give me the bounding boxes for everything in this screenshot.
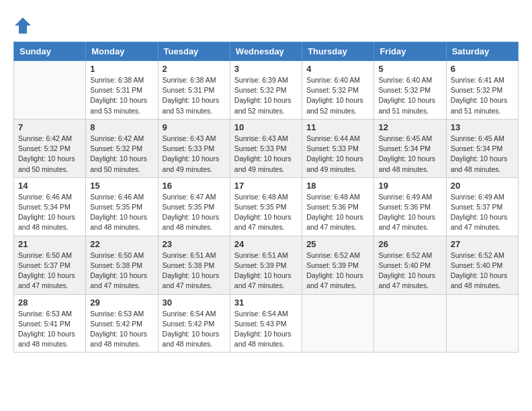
calendar-cell: 13Sunrise: 6:45 AM Sunset: 5:34 PM Dayli… (446, 119, 518, 177)
calendar-cell: 21Sunrise: 6:50 AM Sunset: 5:37 PM Dayli… (14, 236, 86, 294)
calendar-cell: 30Sunrise: 6:54 AM Sunset: 5:42 PM Dayli… (158, 294, 230, 353)
cell-info: Sunrise: 6:48 AM Sunset: 5:36 PM Dayligh… (306, 192, 369, 233)
cell-info: Sunrise: 6:41 AM Sunset: 5:32 PM Dayligh… (451, 75, 514, 116)
cell-day-number: 28 (18, 298, 81, 308)
weekday-header-thursday: Thursday (302, 42, 374, 61)
cell-day-number: 9 (163, 122, 226, 132)
calendar-cell: 9Sunrise: 6:43 AM Sunset: 5:33 PM Daylig… (158, 119, 230, 177)
cell-info: Sunrise: 6:42 AM Sunset: 5:32 PM Dayligh… (90, 134, 153, 175)
calendar-table: SundayMondayTuesdayWednesdayThursdayFrid… (13, 42, 519, 353)
calendar-cell: 25Sunrise: 6:52 AM Sunset: 5:39 PM Dayli… (302, 236, 374, 294)
weekday-header-friday: Friday (374, 42, 446, 61)
cell-day-number: 19 (378, 181, 441, 191)
cell-day-number: 6 (451, 64, 514, 74)
calendar-cell: 16Sunrise: 6:47 AM Sunset: 5:35 PM Dayli… (158, 177, 230, 236)
cell-info: Sunrise: 6:38 AM Sunset: 5:31 PM Dayligh… (163, 75, 226, 116)
cell-info: Sunrise: 6:50 AM Sunset: 5:37 PM Dayligh… (18, 250, 81, 291)
weekday-header-wednesday: Wednesday (230, 42, 302, 61)
calendar-week-1: 1Sunrise: 6:38 AM Sunset: 5:31 PM Daylig… (14, 61, 519, 120)
cell-info: Sunrise: 6:51 AM Sunset: 5:39 PM Dayligh… (234, 250, 298, 291)
calendar-cell: 24Sunrise: 6:51 AM Sunset: 5:39 PM Dayli… (230, 236, 302, 294)
cell-info: Sunrise: 6:53 AM Sunset: 5:42 PM Dayligh… (90, 309, 153, 350)
cell-day-number: 8 (90, 122, 153, 132)
calendar-cell: 15Sunrise: 6:46 AM Sunset: 5:35 PM Dayli… (86, 177, 158, 236)
cell-day-number: 27 (451, 239, 514, 249)
cell-info: Sunrise: 6:38 AM Sunset: 5:31 PM Dayligh… (90, 75, 153, 116)
calendar-cell: 22Sunrise: 6:50 AM Sunset: 5:38 PM Dayli… (86, 236, 158, 294)
calendar-cell: 8Sunrise: 6:42 AM Sunset: 5:32 PM Daylig… (86, 119, 158, 177)
cell-info: Sunrise: 6:52 AM Sunset: 5:40 PM Dayligh… (378, 250, 441, 291)
calendar-cell: 26Sunrise: 6:52 AM Sunset: 5:40 PM Dayli… (374, 236, 446, 294)
cell-day-number: 4 (306, 64, 369, 74)
cell-day-number: 14 (18, 181, 81, 191)
cell-info: Sunrise: 6:53 AM Sunset: 5:41 PM Dayligh… (18, 309, 81, 350)
calendar-cell: 11Sunrise: 6:44 AM Sunset: 5:33 PM Dayli… (302, 119, 374, 177)
cell-info: Sunrise: 6:50 AM Sunset: 5:38 PM Dayligh… (90, 250, 153, 291)
cell-info: Sunrise: 6:54 AM Sunset: 5:42 PM Dayligh… (163, 309, 226, 350)
calendar-cell: 12Sunrise: 6:45 AM Sunset: 5:34 PM Dayli… (374, 119, 446, 177)
calendar-cell: 23Sunrise: 6:51 AM Sunset: 5:38 PM Dayli… (158, 236, 230, 294)
cell-day-number: 24 (234, 239, 298, 249)
calendar-cell (302, 294, 374, 353)
cell-info: Sunrise: 6:40 AM Sunset: 5:32 PM Dayligh… (306, 75, 369, 116)
header (13, 13, 519, 35)
cell-info: Sunrise: 6:45 AM Sunset: 5:34 PM Dayligh… (378, 134, 441, 175)
cell-info: Sunrise: 6:42 AM Sunset: 5:32 PM Dayligh… (18, 134, 81, 175)
cell-day-number: 18 (306, 181, 369, 191)
calendar-cell: 18Sunrise: 6:48 AM Sunset: 5:36 PM Dayli… (302, 177, 374, 236)
cell-info: Sunrise: 6:49 AM Sunset: 5:36 PM Dayligh… (378, 192, 441, 233)
calendar-cell: 29Sunrise: 6:53 AM Sunset: 5:42 PM Dayli… (86, 294, 158, 353)
calendar-cell (14, 61, 86, 120)
cell-day-number: 30 (163, 298, 226, 308)
cell-info: Sunrise: 6:54 AM Sunset: 5:43 PM Dayligh… (234, 309, 298, 350)
logo (13, 16, 35, 35)
calendar-cell: 20Sunrise: 6:49 AM Sunset: 5:37 PM Dayli… (446, 177, 518, 236)
cell-info: Sunrise: 6:43 AM Sunset: 5:33 PM Dayligh… (163, 134, 226, 175)
calendar-week-3: 14Sunrise: 6:46 AM Sunset: 5:34 PM Dayli… (14, 177, 519, 236)
cell-info: Sunrise: 6:51 AM Sunset: 5:38 PM Dayligh… (163, 250, 226, 291)
cell-day-number: 16 (163, 181, 226, 191)
cell-day-number: 15 (90, 181, 153, 191)
weekday-header-sunday: Sunday (14, 42, 86, 61)
calendar-cell: 4Sunrise: 6:40 AM Sunset: 5:32 PM Daylig… (302, 61, 374, 120)
cell-info: Sunrise: 6:45 AM Sunset: 5:34 PM Dayligh… (451, 134, 514, 175)
calendar-cell: 10Sunrise: 6:43 AM Sunset: 5:33 PM Dayli… (230, 119, 302, 177)
calendar-cell: 14Sunrise: 6:46 AM Sunset: 5:34 PM Dayli… (14, 177, 86, 236)
logo-icon (13, 16, 32, 35)
calendar-cell: 17Sunrise: 6:48 AM Sunset: 5:35 PM Dayli… (230, 177, 302, 236)
calendar-cell: 7Sunrise: 6:42 AM Sunset: 5:32 PM Daylig… (14, 119, 86, 177)
calendar-cell: 1Sunrise: 6:38 AM Sunset: 5:31 PM Daylig… (86, 61, 158, 120)
cell-info: Sunrise: 6:49 AM Sunset: 5:37 PM Dayligh… (451, 192, 514, 233)
cell-day-number: 12 (378, 122, 441, 132)
cell-day-number: 29 (90, 298, 153, 308)
calendar-cell: 31Sunrise: 6:54 AM Sunset: 5:43 PM Dayli… (230, 294, 302, 353)
calendar-cell: 2Sunrise: 6:38 AM Sunset: 5:31 PM Daylig… (158, 61, 230, 120)
calendar-cell: 28Sunrise: 6:53 AM Sunset: 5:41 PM Dayli… (14, 294, 86, 353)
cell-day-number: 22 (90, 239, 153, 249)
calendar-cell: 3Sunrise: 6:39 AM Sunset: 5:32 PM Daylig… (230, 61, 302, 120)
cell-info: Sunrise: 6:48 AM Sunset: 5:35 PM Dayligh… (234, 192, 298, 233)
cell-day-number: 17 (234, 181, 298, 191)
cell-info: Sunrise: 6:43 AM Sunset: 5:33 PM Dayligh… (234, 134, 298, 175)
calendar-cell: 19Sunrise: 6:49 AM Sunset: 5:36 PM Dayli… (374, 177, 446, 236)
cell-day-number: 25 (306, 239, 369, 249)
cell-info: Sunrise: 6:52 AM Sunset: 5:39 PM Dayligh… (306, 250, 369, 291)
calendar-week-2: 7Sunrise: 6:42 AM Sunset: 5:32 PM Daylig… (14, 119, 519, 177)
calendar-cell (374, 294, 446, 353)
cell-day-number: 20 (451, 181, 514, 191)
cell-day-number: 23 (163, 239, 226, 249)
cell-day-number: 26 (378, 239, 441, 249)
cell-day-number: 31 (234, 298, 298, 308)
cell-info: Sunrise: 6:52 AM Sunset: 5:40 PM Dayligh… (451, 250, 514, 291)
calendar-cell (446, 294, 518, 353)
cell-info: Sunrise: 6:40 AM Sunset: 5:32 PM Dayligh… (378, 75, 441, 116)
cell-info: Sunrise: 6:46 AM Sunset: 5:35 PM Dayligh… (90, 192, 153, 233)
calendar-week-4: 21Sunrise: 6:50 AM Sunset: 5:37 PM Dayli… (14, 236, 519, 294)
cell-info: Sunrise: 6:39 AM Sunset: 5:32 PM Dayligh… (234, 75, 298, 116)
cell-day-number: 7 (18, 122, 81, 132)
cell-day-number: 3 (234, 64, 298, 74)
cell-day-number: 5 (378, 64, 441, 74)
cell-day-number: 11 (306, 122, 369, 132)
cell-day-number: 21 (18, 239, 81, 249)
cell-day-number: 1 (90, 64, 153, 74)
